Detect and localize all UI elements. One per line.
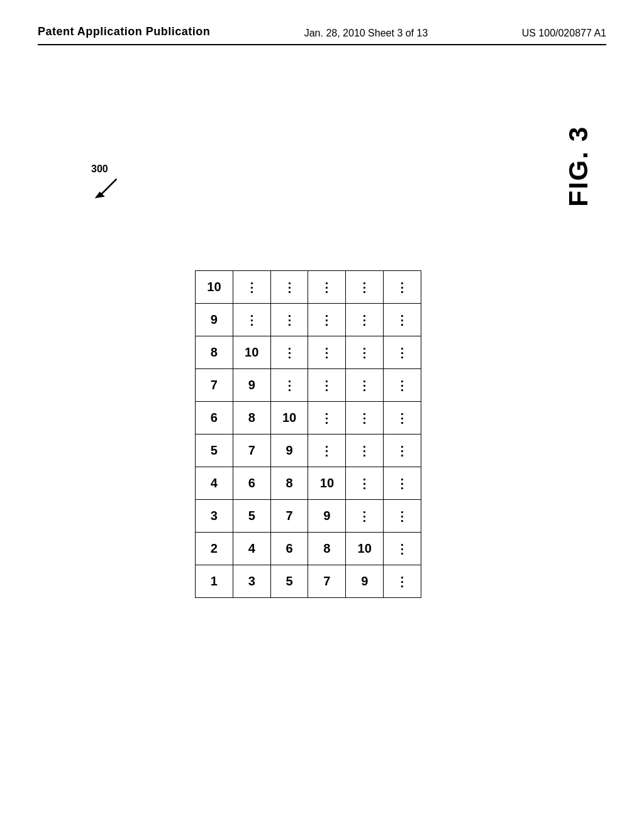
dots-symbol: ⋮ [358, 509, 371, 523]
date-sheet: Jan. 28, 2010 Sheet 3 of 13 [304, 28, 428, 38]
table-cell: ⋮ [346, 434, 384, 467]
table-cell: ⋮ [384, 500, 421, 533]
table-row: 9⋮⋮⋮⋮⋮ [196, 304, 421, 336]
table-cell: ⋮ [308, 336, 346, 369]
patent-title: Patent Application Publication [38, 25, 210, 38]
table-cell: 8 [308, 533, 346, 565]
table-cell: ⋮ [270, 304, 308, 336]
data-table: 10⋮⋮⋮⋮⋮9⋮⋮⋮⋮⋮810⋮⋮⋮⋮79⋮⋮⋮⋮6810⋮⋮⋮579⋮⋮⋮4… [195, 270, 421, 598]
dots-symbol: ⋮ [283, 280, 296, 294]
table-cell: 8 [270, 467, 308, 500]
table-cell: ⋮ [346, 304, 384, 336]
dots-symbol: ⋮ [396, 575, 409, 589]
table-cell: ⋮ [384, 467, 421, 500]
table-cell: ⋮ [270, 336, 308, 369]
table-cell: 6 [270, 533, 308, 565]
table-row: 46810⋮⋮ [196, 467, 421, 500]
table-cell: ⋮ [346, 467, 384, 500]
table-cell: ⋮ [384, 402, 421, 434]
dots-symbol: ⋮ [245, 280, 258, 294]
table-cell: ⋮ [384, 336, 421, 369]
table-cell: ⋮ [384, 533, 421, 565]
table-cell: 9 [196, 304, 233, 336]
table-cell: 10 [308, 467, 346, 500]
table-row: 3579⋮⋮ [196, 500, 421, 533]
dots-symbol: ⋮ [358, 444, 371, 458]
dots-symbol: ⋮ [320, 444, 333, 458]
table-cell: 5 [233, 500, 270, 533]
dots-symbol: ⋮ [245, 313, 258, 327]
table-cell: 9 [233, 369, 270, 402]
table-row: 13579⋮ [196, 565, 421, 598]
dots-symbol: ⋮ [283, 313, 296, 327]
header: Patent Application Publication Jan. 28, … [0, 0, 644, 39]
dots-symbol: ⋮ [358, 379, 371, 392]
table-cell: ⋮ [346, 402, 384, 434]
table-row: 10⋮⋮⋮⋮⋮ [196, 271, 421, 304]
dots-symbol: ⋮ [358, 346, 371, 360]
table-cell: 3 [196, 500, 233, 533]
table-cell: ⋮ [308, 402, 346, 434]
table-cell: 10 [233, 336, 270, 369]
page: Patent Application Publication Jan. 28, … [0, 0, 644, 830]
table-cell: 9 [270, 434, 308, 467]
dots-symbol: ⋮ [396, 542, 409, 556]
table-cell: ⋮ [308, 434, 346, 467]
dots-symbol: ⋮ [283, 379, 296, 392]
table-cell: ⋮ [384, 434, 421, 467]
table-cell: 10 [346, 533, 384, 565]
table-cell: 8 [233, 402, 270, 434]
table-cell: 10 [270, 402, 308, 434]
dots-symbol: ⋮ [320, 379, 333, 392]
table-cell: ⋮ [308, 304, 346, 336]
table-row: 6810⋮⋮⋮ [196, 402, 421, 434]
header-left: Patent Application Publication [38, 25, 210, 38]
table-cell: 7 [308, 565, 346, 598]
table-cell: 8 [196, 336, 233, 369]
svg-line-0 [100, 179, 117, 196]
table-cell: ⋮ [233, 271, 270, 304]
table-cell: ⋮ [384, 369, 421, 402]
dots-symbol: ⋮ [320, 280, 333, 294]
table-cell: 3 [233, 565, 270, 598]
patent-number: US 100/020877 A1 [522, 28, 606, 38]
table-cell: 7 [196, 369, 233, 402]
table-row: 810⋮⋮⋮⋮ [196, 336, 421, 369]
dots-symbol: ⋮ [396, 313, 409, 327]
dots-symbol: ⋮ [396, 346, 409, 360]
dots-symbol: ⋮ [358, 477, 371, 490]
table-cell: 6 [196, 402, 233, 434]
table-cell: ⋮ [384, 565, 421, 598]
dots-symbol: ⋮ [320, 411, 333, 425]
table-cell: ⋮ [270, 271, 308, 304]
dots-symbol: ⋮ [396, 379, 409, 392]
table-cell: ⋮ [346, 369, 384, 402]
table-row: 79⋮⋮⋮⋮ [196, 369, 421, 402]
table-cell: 1 [196, 565, 233, 598]
table-cell: 5 [196, 434, 233, 467]
table-cell: 7 [233, 434, 270, 467]
table-cell: 4 [233, 533, 270, 565]
table-cell: 4 [196, 467, 233, 500]
dots-symbol: ⋮ [396, 280, 409, 294]
table-cell: 9 [346, 565, 384, 598]
dots-symbol: ⋮ [283, 346, 296, 360]
table-cell: ⋮ [346, 271, 384, 304]
dots-symbol: ⋮ [396, 411, 409, 425]
header-right: US 100/020877 A1 [522, 25, 606, 39]
table-cell: ⋮ [308, 271, 346, 304]
table-cell: ⋮ [384, 271, 421, 304]
table-cell: 2 [196, 533, 233, 565]
table-cell: ⋮ [233, 304, 270, 336]
dots-symbol: ⋮ [358, 280, 371, 294]
dots-symbol: ⋮ [320, 313, 333, 327]
table-cell: ⋮ [270, 369, 308, 402]
header-center: Jan. 28, 2010 Sheet 3 of 13 [304, 25, 428, 39]
table-cell: 10 [196, 271, 233, 304]
table-cell: ⋮ [346, 336, 384, 369]
table-row: 579⋮⋮⋮ [196, 434, 421, 467]
fig-label: FIG. 3 [564, 126, 594, 207]
table-cell: 9 [308, 500, 346, 533]
table-cell: 5 [270, 565, 308, 598]
table-row: 246810⋮ [196, 533, 421, 565]
